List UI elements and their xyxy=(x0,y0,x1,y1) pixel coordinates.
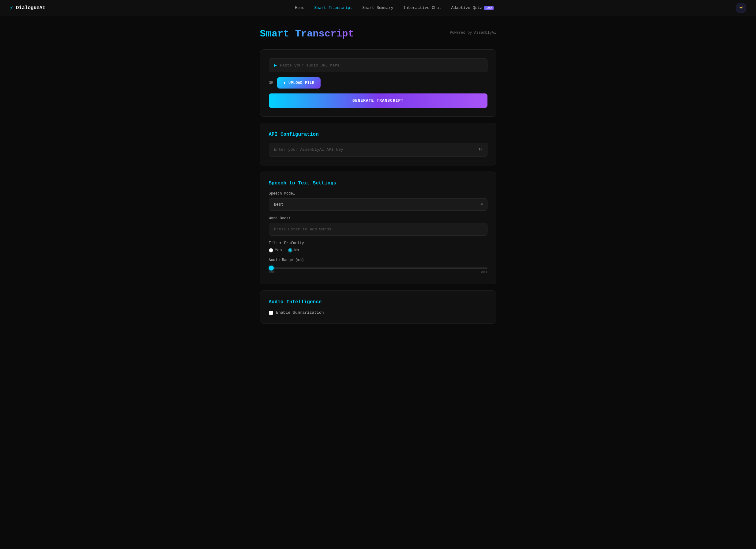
powered-by: Powered by AssemblyAI xyxy=(450,31,496,35)
soon-badge: Soon xyxy=(484,6,494,10)
audio-intelligence-card: Audio Intelligence Enable Summarization xyxy=(260,291,496,324)
api-config-card: API Configuration 👁 xyxy=(260,123,496,165)
nav-interactive-chat[interactable]: Interactive Chat xyxy=(403,4,442,11)
api-key-input[interactable] xyxy=(274,147,474,152)
speech-model-wrapper: Best Nano ▼ xyxy=(269,198,487,211)
range-min-label: 0ms xyxy=(269,270,275,274)
url-input-row: ▶ xyxy=(269,58,487,72)
url-upload-card: ▶ OR ⬆ UPLOAD FILE GENERATE TRANSCRIPT xyxy=(260,49,496,117)
speech-model-select[interactable]: Best Nano xyxy=(269,198,487,211)
upload-label: UPLOAD FILE xyxy=(288,81,314,85)
nav-adaptive-quiz-label: Adaptive Quiz xyxy=(451,6,482,10)
word-boost-input[interactable] xyxy=(269,223,487,235)
theme-icon: ☀ xyxy=(739,5,743,11)
logo-icon: ⚡ xyxy=(10,4,13,12)
enable-summarization-label: Enable Summarization xyxy=(276,310,324,315)
logo-text: DialogueAI xyxy=(16,5,45,11)
audio-intelligence-title: Audio Intelligence xyxy=(269,299,487,305)
page-header: Smart Transcript Powered by AssemblyAI xyxy=(260,28,496,39)
upload-icon: ⬆ xyxy=(283,80,286,85)
word-boost-label: Word Boost xyxy=(269,216,487,220)
audio-range-slider[interactable] xyxy=(269,267,487,269)
radio-yes-input[interactable] xyxy=(269,248,273,252)
radio-yes-option[interactable]: Yes xyxy=(269,248,282,252)
or-row: OR ⬆ UPLOAD FILE xyxy=(269,77,487,88)
enable-summarization-checkbox[interactable] xyxy=(269,311,273,315)
api-config-title: API Configuration xyxy=(269,132,487,137)
main-content: Smart Transcript Powered by AssemblyAI ▶… xyxy=(253,16,504,342)
radio-no-option[interactable]: No xyxy=(288,248,299,252)
nav-home[interactable]: Home xyxy=(295,4,304,11)
audio-url-icon: ▶ xyxy=(274,62,277,68)
range-max-label: 0ms xyxy=(481,270,487,274)
radio-no-label: No xyxy=(294,248,299,252)
speech-model-label: Speech Model xyxy=(269,191,487,196)
nav-smart-transcript[interactable]: Smart Transcript xyxy=(314,4,352,11)
page-title: Smart Transcript xyxy=(260,28,354,39)
filter-profanity-label: Filter Profanity xyxy=(269,241,487,245)
audio-range-label: Audio Range (ms) xyxy=(269,258,487,262)
eye-icon[interactable]: 👁 xyxy=(477,147,482,152)
filter-profanity-group: Yes No xyxy=(269,248,487,252)
generate-transcript-button[interactable]: GENERATE TRANSCRIPT xyxy=(269,93,487,108)
nav-smart-summary[interactable]: Smart Summary xyxy=(362,4,393,11)
enable-summarization-row[interactable]: Enable Summarization xyxy=(269,310,487,315)
speech-settings-title: Speech to Text Settings xyxy=(269,180,487,186)
audio-range-container: 0ms 0ms xyxy=(269,265,487,274)
radio-yes-label: Yes xyxy=(275,248,282,252)
api-input-row: 👁 xyxy=(269,143,487,156)
nav-links: Home Smart Transcript Smart Summary Inte… xyxy=(65,4,724,11)
nav-adaptive-quiz[interactable]: Adaptive Quiz Soon xyxy=(451,4,493,11)
theme-toggle-button[interactable]: ☀ xyxy=(736,3,746,13)
navbar: ⚡ DialogueAI Home Smart Transcript Smart… xyxy=(0,0,756,16)
range-labels: 0ms 0ms xyxy=(269,270,487,274)
upload-file-button[interactable]: ⬆ UPLOAD FILE xyxy=(277,77,321,88)
speech-settings-card: Speech to Text Settings Speech Model Bes… xyxy=(260,171,496,284)
radio-no-input[interactable] xyxy=(288,248,292,252)
generate-label: GENERATE TRANSCRIPT xyxy=(352,98,404,103)
audio-url-input[interactable] xyxy=(280,63,482,68)
logo[interactable]: ⚡ DialogueAI xyxy=(10,4,45,12)
or-text: OR xyxy=(269,81,274,85)
